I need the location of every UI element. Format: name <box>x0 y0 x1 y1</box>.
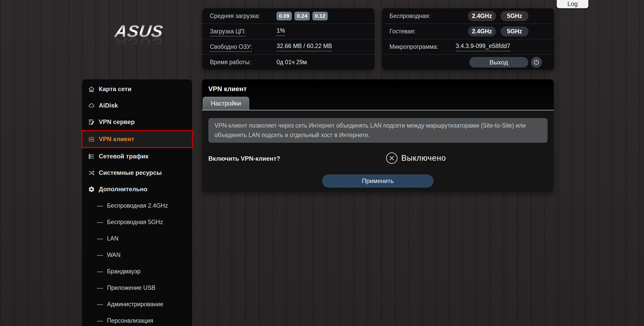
dash-bullet: — <box>97 301 103 308</box>
sidebar-subitem-usb-application[interactable]: — Приложение USB <box>82 280 192 296</box>
sidebar-item-label: Сетевой трафик <box>99 153 149 160</box>
cpu-load-row: Загрузка ЦП: 1% <box>202 24 375 39</box>
uptime-value: 0д 01ч 29м <box>277 59 307 66</box>
sidebar-subitem-wan[interactable]: — WAN <box>82 247 192 263</box>
cloud-icon <box>88 102 95 109</box>
sidebar-subitem-label: Персонализация <box>107 317 153 324</box>
firmware-label: Микропрограмма: <box>389 43 456 50</box>
uptime-row: Время работы: 0д 01ч 29м <box>202 54 375 70</box>
sidebar-item-network-map[interactable]: Карта сети <box>82 81 192 97</box>
sidebar-subitem-label: Беспроводная 2.4GHz <box>107 202 168 209</box>
sidebar-subitem-administration[interactable]: — Администрирование <box>82 296 192 312</box>
status-label: Выключено <box>401 154 446 163</box>
page: Log ASUS ASUS Средняя загрузка: 0.09 0.2… <box>0 0 644 326</box>
dash-bullet: — <box>97 235 103 242</box>
avg-load-row: Средняя загрузка: 0.09 0.24 0.12 <box>202 8 375 24</box>
sidebar-item-aidisk[interactable]: AiDisk <box>82 97 192 114</box>
guest-24ghz-button[interactable]: 2.4GHz <box>468 26 496 36</box>
page-title: VPN клиент <box>208 85 247 93</box>
reboot-button[interactable] <box>531 57 542 68</box>
sidebar-item-vpn-server[interactable]: VPN сервер <box>82 114 192 130</box>
apply-button[interactable]: Применить <box>322 175 433 187</box>
sidebar-item-label: VPN сервер <box>99 118 135 126</box>
dash-bullet: — <box>97 219 103 226</box>
home-icon <box>88 86 95 93</box>
sidebar-subitem-label: Приложение USB <box>107 284 155 291</box>
wireless-status-panel: Беспроводная: 2.4GHz 5GHz Гостевая: 2.4G… <box>382 8 554 70</box>
sidebar-subitem-wireless-5[interactable]: — Беспроводная 5GHz <box>82 214 192 230</box>
vpn-status-toggle[interactable]: Выключено <box>386 152 446 164</box>
sidebar-subitem-firewall[interactable]: — Брандмауэр <box>82 263 192 280</box>
load-badge-2: 0.24 <box>295 12 310 20</box>
sidebar-subitem-personalization[interactable]: — Персонализация <box>82 312 192 326</box>
sidebar-subitem-label: WAN <box>107 252 121 258</box>
logout-row: Выход <box>382 54 554 70</box>
dash-bullet: — <box>97 202 103 209</box>
sidebar-item-network-traffic[interactable]: Сетевой трафик <box>82 148 192 165</box>
wireless-5ghz-button[interactable]: 5GHz <box>501 11 529 21</box>
load-badge-3: 0.12 <box>313 12 328 20</box>
guest-5ghz-button[interactable]: 5GHz <box>501 26 529 36</box>
traffic-list-icon <box>88 153 95 160</box>
sidebar-menu: Карта сети AiDisk VPN сервер <box>82 79 192 326</box>
sidebar-item-label: VPN клиент <box>99 136 134 143</box>
vpn-client-panel: VPN клиент Настройки VPN-клиент позволяе… <box>202 79 554 192</box>
sidebar-subitem-label: Администрирование <box>107 301 163 308</box>
sidebar-subitem-lan[interactable]: — LAN <box>82 230 192 247</box>
sidebar-item-system-resources[interactable]: Системные ресурсы <box>82 165 192 181</box>
uptime-label: Время работы: <box>210 59 277 66</box>
dash-bullet: — <box>97 317 103 324</box>
sidebar-subitem-label: LAN <box>107 235 119 242</box>
x-circle-icon <box>386 152 398 164</box>
sidebar-subitem-label: Брандмауэр <box>107 268 141 275</box>
sidebar-item-vpn-client[interactable]: VPN клиент <box>81 130 193 148</box>
sidebar-item-label: AiDisk <box>99 102 118 109</box>
load-badge-1: 0.09 <box>277 12 292 20</box>
guest-row: Гостевая: 2.4GHz 5GHz <box>382 24 554 39</box>
avg-load-label: Средняя загрузка: <box>210 13 277 20</box>
shuffle-icon <box>88 169 95 176</box>
dash-bullet: — <box>97 268 103 275</box>
enable-vpn-question: Включить VPN-клиент? <box>208 155 280 162</box>
guest-label: Гостевая: <box>389 28 456 35</box>
wireless-row: Беспроводная: 2.4GHz 5GHz <box>382 8 554 24</box>
firmware-version[interactable]: 3.4.3.9-099_e58fdd7 <box>456 43 510 51</box>
wireless-label: Беспроводная: <box>389 13 456 20</box>
asus-logo-reflection: ASUS <box>114 35 164 52</box>
sidebar-subitem-label: Беспроводная 5GHz <box>107 219 163 226</box>
cpu-load-value: 1% <box>277 27 285 36</box>
logout-button[interactable]: Выход <box>469 57 528 68</box>
firmware-row: Микропрограмма: 3.4.3.9-099_e58fdd7 <box>382 39 554 54</box>
asus-logo: ASUS ASUS <box>101 23 178 52</box>
dash-bullet: — <box>97 284 103 291</box>
tab-divider <box>202 110 554 110</box>
vpn-server-icon <box>88 119 95 126</box>
system-status-panel: Средняя загрузка: 0.09 0.24 0.12 Загрузк… <box>202 8 375 70</box>
sidebar-subitem-wireless-24[interactable]: — Беспроводная 2.4GHz <box>82 197 192 214</box>
free-ram-row: Свободно ОЗУ: 32.66 MB / 60.22 MB <box>202 39 375 54</box>
sidebar-item-label: Системные ресурсы <box>99 169 162 176</box>
log-button[interactable]: Log <box>557 0 588 8</box>
vpn-client-icon <box>88 136 95 143</box>
panel-header: VPN клиент Настройки <box>202 79 554 110</box>
sidebar-item-advanced[interactable]: Дополнительно <box>82 181 192 197</box>
dash-bullet: — <box>97 252 103 258</box>
power-icon <box>533 59 540 66</box>
vpn-description: VPN-клиент позволяет через сеть Интернет… <box>208 118 548 143</box>
sidebar-item-label: Карта сети <box>99 85 131 93</box>
gear-icon <box>88 186 95 193</box>
tab-settings[interactable]: Настройки <box>203 97 249 110</box>
free-ram-label: Свободно ОЗУ: <box>210 43 277 50</box>
free-ram-value: 32.66 MB / 60.22 MB <box>277 43 332 51</box>
cpu-load-label: Загрузка ЦП: <box>210 28 277 35</box>
sidebar-item-label: Дополнительно <box>99 186 147 193</box>
wireless-24ghz-button[interactable]: 2.4GHz <box>468 11 496 21</box>
